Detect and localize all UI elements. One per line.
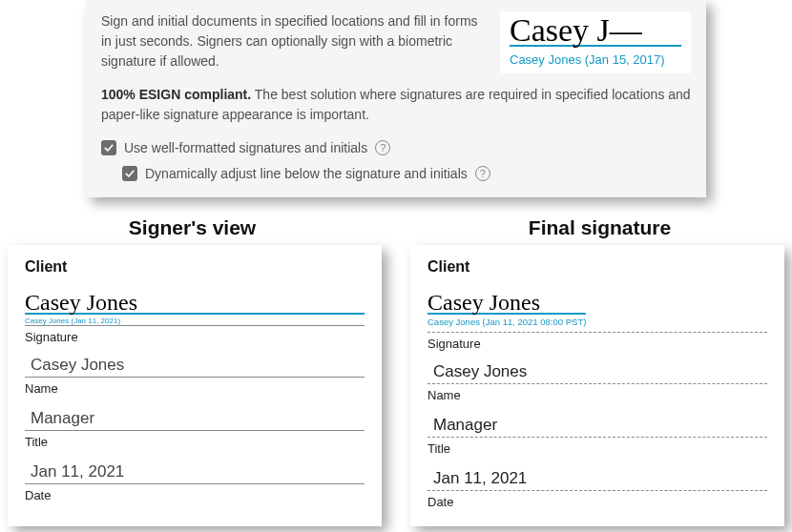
option-dynamic-line: Dynamically adjust line below the signat… <box>122 164 691 184</box>
section-client: Client <box>427 258 767 276</box>
heading-signer-view: Signer's view <box>8 216 377 239</box>
label-title: Title <box>427 438 767 461</box>
signer-signature-cursive[interactable]: Casey Jones <box>25 290 137 315</box>
signer-name-value[interactable]: Casey Jones <box>25 354 365 378</box>
checkbox-well-formatted[interactable] <box>101 140 116 155</box>
signer-view-card: Client Casey Jones Casey Jones (Jan 11, … <box>8 245 382 527</box>
final-title-value: Manager <box>427 414 767 438</box>
title-field: Manager Title <box>25 407 365 455</box>
compare-headings: Signer's view Final signature <box>0 216 792 239</box>
label-signature: Signature <box>427 333 767 357</box>
label-signature: Signature <box>25 326 365 350</box>
help-icon[interactable]: ? <box>475 166 490 181</box>
name-field: Casey Jones Name <box>25 354 365 401</box>
option-well-formatted-label: Use well-formatted signatures and initia… <box>124 138 367 158</box>
signer-date-value[interactable]: Jan 11, 2021 <box>25 460 365 484</box>
sample-signature-cursive: Casey J— <box>510 17 681 43</box>
label-title: Title <box>25 431 365 455</box>
label-name: Name <box>427 384 767 408</box>
signer-signature-stamp: Casey Jones (Jan 11, 2021) <box>25 317 365 325</box>
label-date: Date <box>427 491 767 509</box>
check-icon <box>124 168 135 179</box>
check-icon <box>103 142 115 153</box>
final-name-value: Casey Jones <box>427 360 767 384</box>
section-client: Client <box>25 258 365 276</box>
label-name: Name <box>25 378 365 401</box>
heading-final-signature: Final signature <box>415 216 784 239</box>
final-date-value: Jan 11, 2021 <box>427 467 767 491</box>
final-signature-stamp: Casey Jones (Jan 11, 2021 08:00 PST) <box>427 317 586 327</box>
label-date: Date <box>25 484 365 502</box>
title-field: Manager Title <box>427 414 767 461</box>
intro-text: Sign and initial documents in specified … <box>101 11 481 72</box>
signature-field: Casey Jones Casey Jones (Jan 11, 2021) S… <box>25 293 365 351</box>
final-signature-card: Client Casey Jones Casey Jones (Jan 11, … <box>410 245 784 527</box>
compliance-text: 100% ESIGN compliant. The best solution … <box>101 85 691 125</box>
help-icon[interactable]: ? <box>375 140 390 155</box>
signature-field: Casey Jones Casey Jones (Jan 11, 2021 08… <box>427 293 767 358</box>
settings-panel: Sign and initial documents in specified … <box>86 0 706 197</box>
option-well-formatted: Use well-formatted signatures and initia… <box>101 138 691 158</box>
option-dynamic-line-label: Dynamically adjust line below the signat… <box>145 164 468 184</box>
final-signature-cursive: Casey Jones <box>427 290 540 315</box>
sample-signature-caption: Casey Jones (Jan 15, 2017) <box>510 51 681 70</box>
signer-title-value[interactable]: Manager <box>25 407 365 431</box>
sample-signature-box: Casey J— Casey Jones (Jan 15, 2017) <box>500 11 691 73</box>
compliance-strong: 100% ESIGN compliant. <box>101 87 251 102</box>
name-field: Casey Jones Name <box>427 360 767 408</box>
date-field: Jan 11, 2021 Date <box>427 467 767 509</box>
checkbox-dynamic-line[interactable] <box>122 166 137 181</box>
date-field: Jan 11, 2021 Date <box>25 460 365 502</box>
